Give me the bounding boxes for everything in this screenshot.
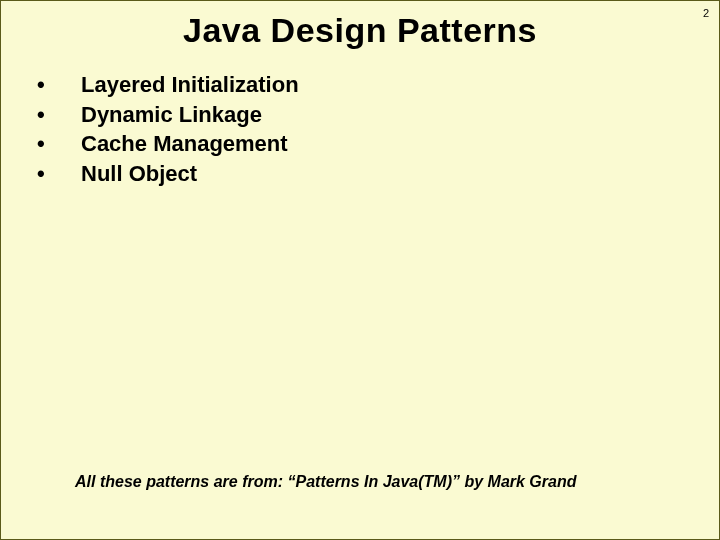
bullet-icon: • bbox=[37, 70, 81, 100]
list-item: • Dynamic Linkage bbox=[37, 100, 719, 130]
bullet-list: • Layered Initialization • Dynamic Linka… bbox=[1, 64, 719, 189]
list-item: • Null Object bbox=[37, 159, 719, 189]
bullet-icon: • bbox=[37, 129, 81, 159]
list-item: • Cache Management bbox=[37, 129, 719, 159]
bullet-text: Cache Management bbox=[81, 129, 288, 159]
attribution-text: All these patterns are from: “Patterns I… bbox=[75, 473, 576, 491]
bullet-text: Layered Initialization bbox=[81, 70, 299, 100]
bullet-icon: • bbox=[37, 100, 81, 130]
slide-title: Java Design Patterns bbox=[1, 1, 719, 64]
bullet-text: Dynamic Linkage bbox=[81, 100, 262, 130]
bullet-icon: • bbox=[37, 159, 81, 189]
slide: 2 Java Design Patterns • Layered Initial… bbox=[0, 0, 720, 540]
page-number: 2 bbox=[703, 7, 709, 19]
list-item: • Layered Initialization bbox=[37, 70, 719, 100]
bullet-text: Null Object bbox=[81, 159, 197, 189]
